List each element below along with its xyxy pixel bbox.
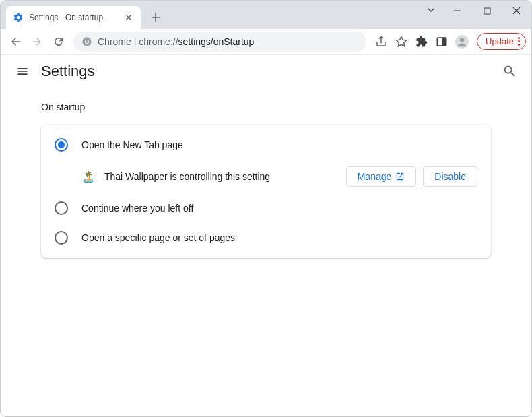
browser-tab[interactable]: Settings - On startup: [6, 6, 141, 29]
bookmark-icon[interactable]: [392, 32, 411, 51]
tab-close-icon[interactable]: [123, 12, 134, 23]
reload-button[interactable]: [49, 32, 68, 51]
radio-selected-icon[interactable]: [55, 138, 68, 152]
manage-button[interactable]: Manage: [346, 166, 417, 187]
forward-button[interactable]: [28, 32, 46, 51]
toolbar: Chrome | chrome://settings/onStartup Upd…: [1, 29, 531, 55]
menu-button[interactable]: [14, 63, 30, 79]
radio-icon[interactable]: [55, 231, 68, 245]
option-new-tab[interactable]: Open the New Tab page: [41, 130, 491, 160]
page-title: Settings: [41, 63, 491, 80]
radio-icon[interactable]: [55, 201, 68, 215]
content-header: Settings: [1, 55, 531, 88]
chrome-icon: [81, 36, 92, 47]
extension-notice: 🏝️ Thai Wallpaper is controlling this se…: [41, 160, 491, 193]
search-button[interactable]: [502, 63, 518, 79]
external-link-icon: [395, 172, 405, 181]
option-label: Open a specific page or set of pages: [81, 232, 235, 243]
chevron-down-icon[interactable]: [426, 5, 437, 16]
option-continue[interactable]: Continue where you left off: [41, 193, 491, 223]
update-button[interactable]: Update: [477, 33, 526, 50]
update-label: Update: [486, 36, 514, 46]
disable-button[interactable]: Disable: [423, 166, 477, 187]
profile-icon[interactable]: [453, 32, 471, 51]
option-specific-pages[interactable]: Open a specific page or set of pages: [41, 223, 491, 253]
share-icon[interactable]: [372, 32, 391, 51]
option-label: Continue where you left off: [81, 203, 193, 214]
back-button[interactable]: [6, 32, 25, 51]
option-label: Open the New Tab page: [81, 139, 183, 150]
extensions-icon[interactable]: [412, 32, 431, 51]
titlebar: Settings - On startup: [1, 1, 531, 29]
section-title: On startup: [41, 102, 491, 113]
sidepanel-icon[interactable]: [432, 32, 451, 51]
settings-favicon-icon: [13, 12, 24, 23]
window-maximize-button[interactable]: [472, 1, 502, 21]
window-minimize-button[interactable]: [442, 1, 472, 21]
svg-point-3: [86, 40, 88, 43]
window-close-button[interactable]: [502, 1, 531, 21]
new-tab-button[interactable]: [146, 8, 165, 27]
menu-dots-icon: [518, 37, 520, 46]
omnibox-url: Chrome | chrome://settings/onStartup: [98, 36, 254, 47]
extension-message: Thai Wallpaper is controlling this setti…: [104, 171, 337, 182]
omnibox[interactable]: Chrome | chrome://settings/onStartup: [73, 32, 366, 52]
extension-app-icon: 🏝️: [81, 170, 95, 183]
tab-title: Settings - On startup: [29, 13, 118, 22]
svg-point-7: [460, 38, 464, 42]
startup-card: Open the New Tab page 🏝️ Thai Wallpaper …: [41, 125, 491, 258]
svg-rect-5: [442, 38, 446, 46]
svg-rect-0: [484, 8, 490, 14]
